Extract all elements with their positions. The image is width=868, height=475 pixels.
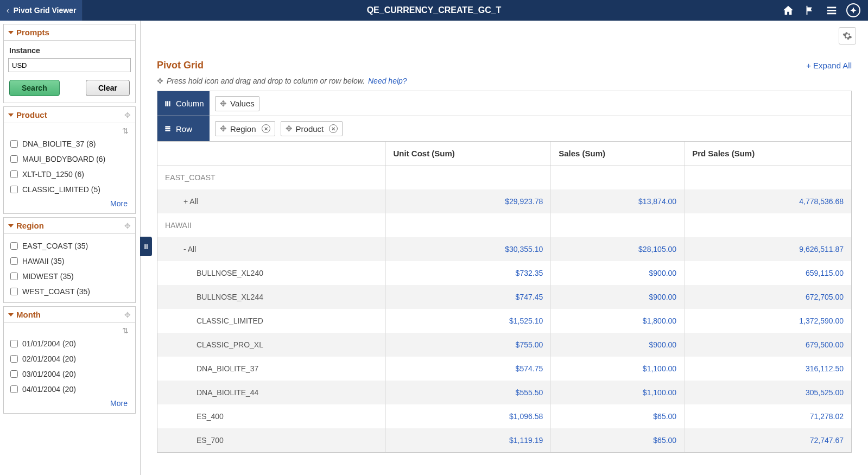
need-help-link[interactable]: Need help? [368,77,407,85]
checkbox[interactable] [10,288,18,295]
value-cell[interactable]: 316,112.50 [685,357,851,381]
sort-icon[interactable]: ⇅ [8,126,131,135]
caret-down-icon [8,31,14,34]
month-more-link[interactable]: More [110,399,128,408]
month-panel: Month ✥ ⇅ 01/01/2004 (20)02/01/2004 (20)… [3,306,136,414]
column-header[interactable]: Sales (Sum) [551,142,685,166]
column-header[interactable]: Prd Sales (Sum) [685,142,851,166]
value-cell[interactable]: $1,800.00 [551,309,685,333]
menu-icon[interactable] [825,3,839,17]
settings-button[interactable] [839,27,856,45]
region-header[interactable]: Region ✥ [4,218,135,234]
value-cell[interactable]: $747.45 [385,285,551,309]
month-item[interactable]: 01/01/2004 (20) [8,336,131,351]
drag-icon[interactable]: ✥ [124,221,131,230]
value-cell[interactable]: $65.00 [551,428,685,452]
checkbox[interactable] [10,170,18,178]
prompts-header[interactable]: Prompts [4,24,135,41]
facet-label: EAST_COAST (35) [22,242,88,250]
value-cell[interactable]: $13,874.00 [551,189,685,213]
clear-button[interactable]: Clear [86,80,130,96]
month-item[interactable]: 04/01/2004 (20) [8,382,131,397]
instance-input[interactable] [8,58,131,72]
value-cell[interactable]: $65.00 [551,404,685,428]
product-more-link[interactable]: More [110,199,128,208]
product-item[interactable]: DNA_BIOLITE_37 (8) [8,136,131,151]
value-cell[interactable]: 659,115.00 [685,261,851,285]
product-item[interactable]: CLASSIC_LIMITED (5) [8,182,131,197]
value-cell[interactable]: $900.00 [551,285,685,309]
chip-region[interactable]: ✥Region✕ [215,121,275,136]
pause-icon: II [144,243,148,251]
compass-icon[interactable] [846,3,860,17]
value-cell[interactable]: $1,525.10 [385,309,551,333]
month-header[interactable]: Month ✥ [4,307,135,323]
checkbox[interactable] [10,370,18,378]
value-cell[interactable]: 72,747.67 [685,428,851,452]
value-cell[interactable]: 672,705.00 [685,285,851,309]
region-item[interactable]: MIDWEST (35) [8,269,131,284]
value-cell[interactable]: $1,119.19 [385,428,551,452]
search-button[interactable]: Search [9,80,60,96]
flag-icon[interactable] [803,3,817,17]
checkbox[interactable] [10,140,18,148]
checkbox[interactable] [10,155,18,163]
remove-icon[interactable]: ✕ [329,124,338,133]
table-row: EAST_COAST [157,166,851,189]
month-item[interactable]: 03/01/2004 (20) [8,366,131,382]
value-cell[interactable]: $574.75 [385,357,551,381]
pivot-grid-title: Pivot Grid [157,60,204,71]
value-cell[interactable]: $30,355.10 [385,237,551,261]
value-cell[interactable]: $555.50 [385,381,551,404]
region-item[interactable]: WEST_COAST (35) [8,284,131,299]
value-cell[interactable]: $1,100.00 [551,381,685,404]
value-cell[interactable]: $1,096.58 [385,404,551,428]
product-item[interactable]: XLT-LTD_1250 (6) [8,167,131,182]
checkbox[interactable] [10,257,18,265]
checkbox[interactable] [10,355,18,363]
value-cell[interactable]: $755.00 [385,333,551,357]
value-cell[interactable]: $29,923.78 [385,189,551,213]
column-header[interactable] [157,142,385,166]
checkbox[interactable] [10,186,18,193]
back-button[interactable]: ‹ Pivot Grid Viewer [0,0,83,21]
month-item[interactable]: 02/01/2004 (20) [8,351,131,366]
remove-icon[interactable]: ✕ [262,124,270,133]
facet-label: MAUI_BODYBOARD (6) [22,155,105,163]
chip-values[interactable]: ✥Values [215,96,259,111]
value-cell[interactable]: 1,372,590.00 [685,309,851,333]
drag-icon[interactable]: ✥ [124,111,131,119]
region-item[interactable]: HAWAII (35) [8,254,131,269]
value-cell[interactable]: $732.35 [385,261,551,285]
value-cell[interactable]: $28,105.00 [551,237,685,261]
value-cell[interactable]: 4,778,536.68 [685,189,851,213]
expand-toggle[interactable]: - All [157,237,385,261]
column-zone[interactable]: Column [157,91,210,116]
chevron-left-icon: ‹ [7,6,9,15]
value-cell[interactable]: $900.00 [551,261,685,285]
checkbox[interactable] [10,340,18,347]
expand-toggle[interactable]: + All [157,189,385,213]
home-icon[interactable] [781,3,795,17]
checkbox[interactable] [10,242,18,250]
sort-icon[interactable]: ⇅ [8,326,131,335]
drag-icon[interactable]: ✥ [124,311,131,319]
value-cell[interactable]: $1,100.00 [551,357,685,381]
value-cell[interactable]: $900.00 [551,333,685,357]
column-header[interactable]: Unit Cost (Sum) [385,142,551,166]
product-label: ES_700 [157,428,385,452]
product-item[interactable]: MAUI_BODYBOARD (6) [8,151,131,167]
expand-all-link[interactable]: + Expand All [806,61,852,70]
chip-product[interactable]: ✥Product✕ [281,121,343,136]
facet-label: CLASSIC_LIMITED (5) [22,185,100,194]
value-cell[interactable]: 305,525.00 [685,381,851,404]
value-cell[interactable]: 9,626,511.87 [685,237,851,261]
product-header[interactable]: Product ✥ [4,107,135,123]
value-cell[interactable]: 71,278.02 [685,404,851,428]
checkbox[interactable] [10,273,18,280]
region-item[interactable]: EAST_COAST (35) [8,238,131,254]
collapse-sidebar-tab[interactable]: II [140,237,152,256]
value-cell[interactable]: 679,500.00 [685,333,851,357]
row-zone[interactable]: Row [157,116,210,141]
checkbox[interactable] [10,385,18,393]
